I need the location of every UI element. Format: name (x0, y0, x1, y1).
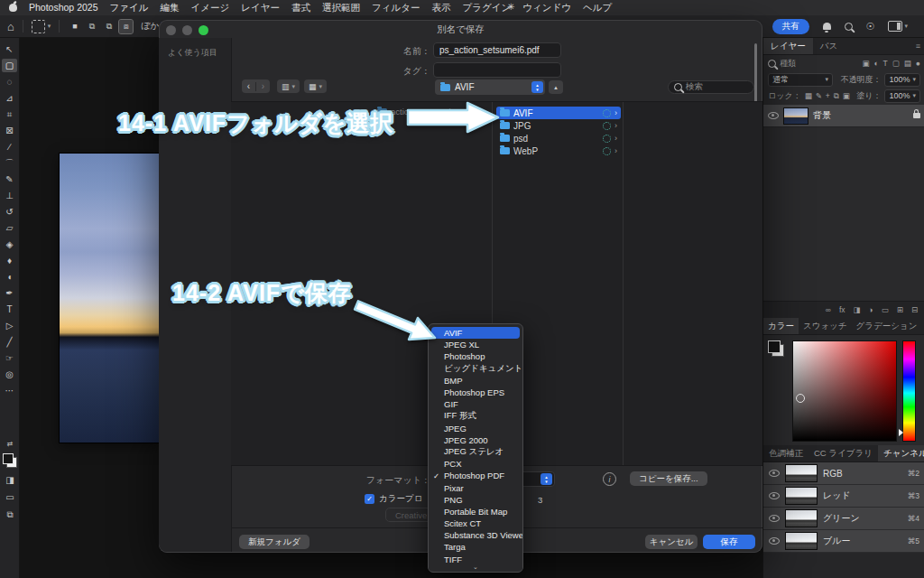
menubar-item[interactable]: Photoshop 2025 (29, 2, 97, 14)
hand-tool[interactable]: ☞ (2, 351, 17, 365)
tags-input[interactable] (433, 62, 561, 78)
close-window-button[interactable] (166, 25, 176, 35)
menubar-item[interactable]: 書式 (291, 2, 310, 14)
menubar-item[interactable]: イメージ (190, 2, 229, 14)
filter-shape-icon[interactable]: ▢ (892, 59, 900, 68)
filter-type-icon[interactable]: T (883, 59, 888, 68)
notifications-bell-icon[interactable] (823, 23, 831, 30)
panel-tab[interactable]: パス (813, 38, 845, 54)
frame-tool[interactable]: ⊠ (2, 124, 17, 137)
layer-mask-icon[interactable]: ◨ (854, 305, 861, 314)
location-select[interactable]: AVIF (435, 79, 545, 95)
menubar-item[interactable]: ウィンドウ (522, 2, 571, 14)
layer-thumbnail[interactable] (783, 107, 808, 125)
dodge-tool[interactable]: ◖ (2, 270, 17, 284)
forward-button[interactable]: › (256, 81, 270, 91)
adjustment-layer-icon[interactable]: ◑ (869, 305, 873, 314)
eyedropper-tool[interactable]: ∕ (2, 140, 17, 154)
channel-row[interactable]: レッド ⌘3 (763, 485, 924, 508)
panel-tab[interactable]: スウォッチ (799, 318, 852, 334)
move-tool[interactable]: ↖ (2, 42, 17, 56)
edit-toolbar-icon[interactable]: ⧉ (3, 508, 18, 521)
format-menu-item[interactable]: AVIF (431, 327, 520, 339)
format-menu-item[interactable]: IFF 形式 (429, 410, 522, 422)
visibility-eye-icon[interactable] (769, 537, 780, 545)
format-menu-item[interactable]: JPEG (429, 423, 522, 434)
intersect-selection-icon[interactable]: ⧈ (119, 20, 133, 33)
dialog-search-field[interactable]: 検索 (668, 80, 754, 94)
channel-row[interactable]: ブルー ⌘5 (763, 530, 924, 553)
scroll-more-chevron-icon[interactable]: ⌄ (429, 563, 522, 571)
delete-layer-icon[interactable]: ⊟ (911, 305, 918, 314)
foreground-background-swatches[interactable] (768, 340, 784, 357)
foreground-color-swatch[interactable] (768, 340, 781, 353)
format-menu-item[interactable]: PNG (429, 494, 522, 506)
foreground-color-swatch[interactable] (3, 453, 14, 464)
cancel-button[interactable]: キャンセル (645, 535, 698, 549)
layer-lock-icon[interactable] (913, 113, 920, 118)
lock-artboard-icon[interactable]: ⧉ (834, 91, 839, 101)
blend-mode-select[interactable]: 通常 ▾ (768, 73, 833, 87)
share-button[interactable]: 共有 (772, 19, 809, 34)
apple-menu-icon[interactable] (9, 4, 17, 12)
swap-colors-icon[interactable]: ⇄ (7, 440, 14, 448)
saturation-brightness-field[interactable] (792, 340, 897, 442)
dialog-scrollbar[interactable] (754, 43, 757, 110)
menubar-item[interactable]: 選択範囲 (322, 2, 360, 14)
folder-row[interactable]: JPG › (496, 119, 621, 132)
color-profile-checkbox[interactable]: ✓ (365, 494, 374, 504)
format-menu-item[interactable]: Portable Bit Map (429, 506, 522, 517)
lasso-tool[interactable]: ◌ (2, 75, 17, 89)
opacity-select[interactable]: 100% ▾ (884, 73, 920, 87)
format-menu-item[interactable]: Photoshop EPS (429, 387, 522, 398)
info-icon[interactable]: i (603, 472, 616, 486)
object-selection-tool[interactable]: ⊿ (2, 91, 17, 105)
menubar-item[interactable]: フィルター (372, 2, 420, 14)
column-view-button[interactable]: ▥ ▾ (277, 79, 300, 93)
blur-tool[interactable]: ♦ (2, 254, 17, 267)
format-menu-item[interactable]: BMP (429, 375, 522, 387)
filter-smart-object-icon[interactable]: ▤ (904, 59, 911, 68)
tool-preset-chip[interactable]: ▾ (32, 20, 51, 33)
save-copy-button[interactable]: コピーを保存... (630, 471, 707, 486)
visibility-eye-icon[interactable] (769, 470, 780, 477)
layer-row-background[interactable]: 背景 (763, 104, 924, 127)
format-menu-item[interactable]: Pixar (429, 481, 522, 493)
color-picker-cursor[interactable] (796, 394, 805, 403)
collapse-button[interactable]: ▲ (549, 80, 563, 94)
panel-tab[interactable]: グラデーション (852, 318, 922, 334)
lock-transparency-icon[interactable]: ▦ (805, 91, 812, 101)
fill-select[interactable]: 100% ▾ (884, 89, 920, 103)
panel-tab[interactable]: チャンネル (878, 445, 924, 461)
format-menu-item[interactable]: Targa (429, 541, 522, 553)
folder-row[interactable]: psd › (496, 132, 621, 144)
eraser-tool[interactable]: ▱ (2, 221, 17, 235)
format-menu-item[interactable]: PCX (429, 458, 522, 470)
visibility-eye-icon[interactable] (768, 112, 779, 119)
filter-toggle-icon[interactable]: ● (916, 59, 920, 68)
layer-effects-icon[interactable]: fx (839, 305, 845, 314)
format-menu-item[interactable]: JPEG XL (429, 339, 522, 350)
lock-position-icon[interactable]: + (826, 91, 830, 101)
foreground-background-swatches[interactable] (3, 453, 17, 468)
format-menu-item[interactable]: ビッグドキュメント形式 (429, 363, 522, 375)
menubar-extra-icon[interactable]: ✳ (507, 2, 514, 12)
hue-slider-marker[interactable] (899, 429, 903, 436)
lock-pixels-icon[interactable]: ✎ (816, 91, 822, 101)
layer-group-icon[interactable]: ▭ (882, 305, 889, 314)
menubar-item[interactable]: ファイル (109, 2, 148, 14)
filename-input[interactable]: ps_action_setsumei6.pdf (433, 42, 561, 58)
new-folder-button[interactable]: 新規フォルダ (239, 535, 310, 549)
folder-row[interactable]: AVIF › (496, 107, 621, 119)
healing-brush-tool[interactable]: ⌒ (2, 156, 17, 170)
brush-tool[interactable]: ✎ (2, 172, 17, 186)
format-menu-item[interactable]: Scitex CT (429, 517, 522, 529)
filter-adjustment-icon[interactable]: ◐ (873, 59, 878, 68)
clone-stamp-tool[interactable]: ⊥ (2, 189, 17, 202)
minimize-window-button[interactable] (182, 25, 192, 35)
hue-slider[interactable] (902, 340, 916, 442)
lock-all-icon[interactable]: ▣ (843, 91, 850, 101)
visibility-eye-icon[interactable] (769, 492, 780, 499)
visibility-eye-icon[interactable] (769, 515, 780, 522)
format-menu-item[interactable]: GIF (429, 398, 522, 410)
